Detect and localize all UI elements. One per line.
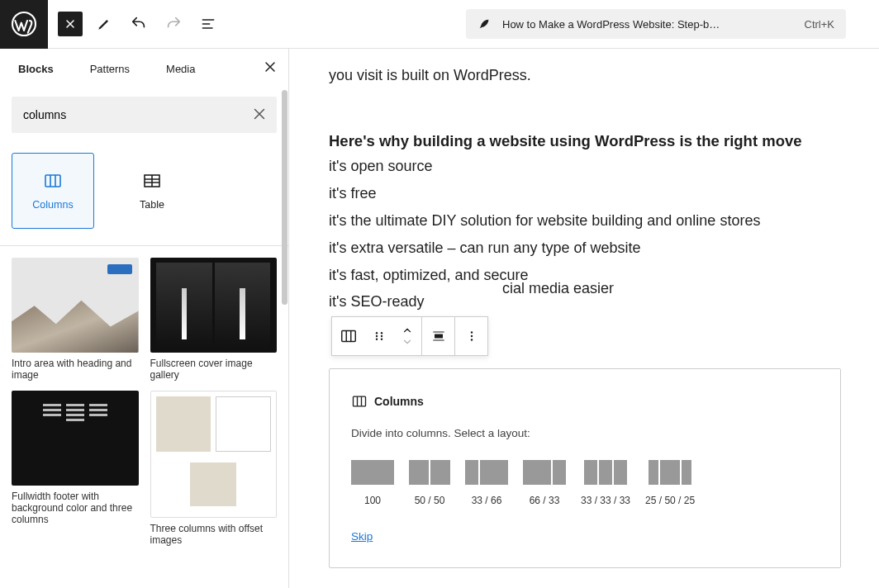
pattern-fullwidth-footer[interactable]: Fullwidth footer with background color a… <box>12 391 139 546</box>
editor-topbar: How to Make a WordPress Website: Step-b…… <box>0 0 879 49</box>
pattern-label: Intro area with heading and image <box>12 358 131 381</box>
layout-label: 25 / 50 / 25 <box>645 493 695 509</box>
pattern-label: Three columns with offset images <box>150 523 264 546</box>
paragraph[interactable]: you visit is built on WordPress. <box>329 64 839 88</box>
svg-point-8 <box>381 332 382 334</box>
svg-point-6 <box>376 335 378 337</box>
drag-handle-icon[interactable] <box>365 317 393 355</box>
clear-search-icon[interactable] <box>250 105 268 123</box>
tab-blocks[interactable]: Blocks <box>0 51 72 87</box>
layout-option-1[interactable]: 50 / 50 <box>409 460 450 509</box>
list-item[interactable]: it's the ultimate DIY solution for websi… <box>329 209 839 233</box>
pattern-label: Fullwidth footer with background color a… <box>12 491 132 525</box>
layout-label: 50 / 50 <box>415 493 445 509</box>
layout-label: 100 <box>364 493 381 509</box>
svg-point-12 <box>470 331 472 333</box>
tab-patterns[interactable]: Patterns <box>72 51 148 87</box>
columns-icon <box>351 393 368 410</box>
layout-option-3[interactable]: 66 / 33 <box>523 460 566 509</box>
feather-icon <box>478 17 491 31</box>
close-inserter-button[interactable] <box>58 12 83 36</box>
search-input[interactable] <box>12 97 277 133</box>
skip-link[interactable]: Skip <box>351 530 373 543</box>
block-toolbar <box>331 316 488 356</box>
inserter-tabs: Blocks Patterns Media <box>0 49 288 88</box>
pattern-three-columns-offset[interactable]: Three columns with offset images <box>150 391 278 546</box>
layout-label: 33 / 66 <box>472 493 502 509</box>
svg-rect-11 <box>435 334 443 339</box>
placeholder-title: Columns <box>374 392 424 410</box>
chevron-up-icon[interactable] <box>401 325 413 336</box>
redo-icon[interactable] <box>157 7 190 40</box>
document-title: How to Make a WordPress Website: Step-b… <box>502 18 720 31</box>
layout-option-0[interactable]: 100 <box>351 460 394 509</box>
svg-point-5 <box>376 332 378 334</box>
svg-rect-4 <box>342 331 356 342</box>
list-item[interactable]: it's free <box>329 182 839 206</box>
heading-paragraph[interactable]: Here's why building a website using Word… <box>329 129 839 154</box>
placeholder-description: Divide into columns. Select a layout: <box>351 424 819 443</box>
layout-option-5[interactable]: 25 / 50 / 25 <box>645 460 695 509</box>
block-inserter-sidebar: Blocks Patterns Media Columns Table <box>0 49 289 588</box>
block-columns[interactable]: Columns <box>12 153 94 229</box>
layout-options: 10050 / 5033 / 6666 / 3333 / 33 / 3325 /… <box>351 460 819 509</box>
document-title-bar[interactable]: How to Make a WordPress Website: Step-b…… <box>466 9 846 39</box>
block-columns-label: Columns <box>32 199 73 211</box>
svg-rect-1 <box>45 175 60 187</box>
pattern-fullscreen-cover[interactable]: Fullscreen cover image gallery <box>150 258 278 381</box>
layout-option-4[interactable]: 33 / 33 / 33 <box>581 460 630 509</box>
more-options-icon[interactable] <box>454 317 487 355</box>
block-type-icon[interactable] <box>332 317 365 355</box>
svg-point-13 <box>470 335 472 337</box>
list-item[interactable]: it's extra versatile – can run any type … <box>329 236 839 260</box>
keyboard-shortcut: Ctrl+K <box>805 18 834 31</box>
svg-point-9 <box>381 335 382 337</box>
edit-icon[interactable] <box>88 7 121 40</box>
document-outline-icon[interactable] <box>192 7 225 40</box>
block-search <box>12 97 277 133</box>
list-item[interactable]: it's open source <box>329 154 839 178</box>
svg-rect-3 <box>354 397 366 407</box>
layout-option-2[interactable]: 33 / 66 <box>465 460 508 509</box>
block-table[interactable]: Table <box>111 153 193 229</box>
svg-point-10 <box>381 339 382 340</box>
align-icon[interactable] <box>421 317 454 355</box>
pattern-label: Fullscreen cover image gallery <box>150 358 253 381</box>
scrollbar-thumb[interactable] <box>282 90 287 305</box>
columns-placeholder-card: Columns Divide into columns. Select a la… <box>329 368 841 568</box>
close-icon[interactable] <box>262 59 278 75</box>
partially-hidden-text[interactable]: cial media easier <box>502 277 614 301</box>
layout-label: 33 / 33 / 33 <box>581 493 630 509</box>
chevron-down-icon[interactable] <box>401 336 413 348</box>
pattern-intro-area[interactable]: Intro area with heading and image <box>12 258 139 381</box>
undo-icon[interactable] <box>122 7 155 40</box>
move-arrows[interactable] <box>393 317 421 355</box>
layout-label: 66 / 33 <box>530 493 560 509</box>
svg-point-14 <box>470 339 472 340</box>
tab-media[interactable]: Media <box>148 51 213 87</box>
wordpress-logo[interactable] <box>0 0 48 49</box>
block-table-label: Table <box>140 199 164 211</box>
svg-point-7 <box>376 339 378 340</box>
